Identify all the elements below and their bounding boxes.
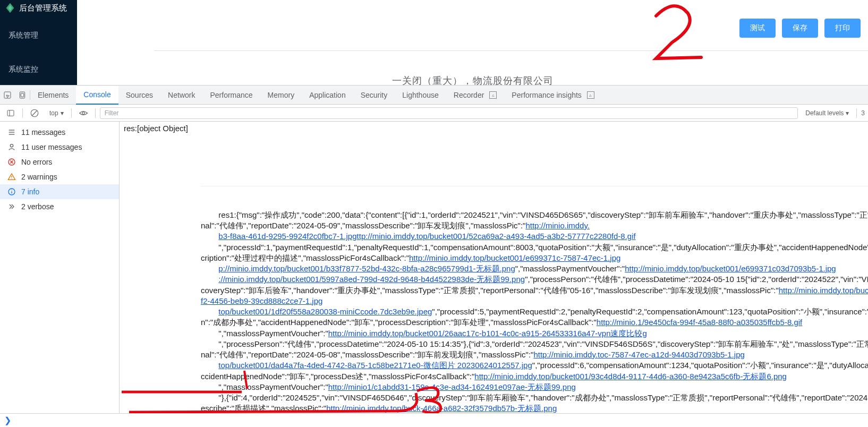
log-link[interactable]: top/bucket001/dad4a7fa-4ded-4742-8a75-1c…	[218, 361, 532, 370]
svg-point-11	[10, 144, 13, 147]
log-entry: 1 res1:{"msg":"操作成功","code":200,"data":{…	[201, 186, 868, 413]
sidebar-errors[interactable]: No errors	[0, 155, 119, 169]
svg-rect-1	[20, 92, 24, 98]
inspect-icon[interactable]	[0, 86, 15, 104]
console-prompt[interactable]: ❯	[0, 413, 868, 427]
console-sidebar: 11 messages 11 user messages No errors 2…	[0, 122, 120, 413]
sidebar-warnings[interactable]: 2 warnings	[0, 169, 119, 184]
log-link[interactable]: http://minio.imddy.top/bucket001/e699371…	[409, 253, 620, 262]
levels-selector[interactable]: Default levels▾	[802, 108, 852, 118]
svg-rect-2	[21, 93, 23, 97]
tab-security[interactable]: Security	[353, 86, 395, 104]
log-link[interactable]: ://minio.imddy.top/bucket001/5997a8ed-79…	[218, 275, 525, 284]
sidebar-toggle-icon[interactable]	[3, 105, 18, 121]
tab-console[interactable]: Console	[76, 86, 118, 105]
tab-sources[interactable]: Sources	[118, 86, 160, 104]
tab-memory[interactable]: Memory	[260, 86, 302, 104]
sidebar-item-sys-monitor[interactable]: 系统监控	[0, 57, 77, 82]
sidebar-messages[interactable]: 11 messages	[0, 125, 119, 140]
svg-point-7	[82, 112, 84, 114]
device-toggle-icon[interactable]	[15, 86, 30, 104]
sidebar-user-messages[interactable]: 11 user messages	[0, 140, 119, 155]
tab-performance[interactable]: Performance	[202, 86, 260, 104]
log-link[interactable]: top/bucket001/1df20f558a280038-miniCcode…	[218, 307, 432, 316]
tab-application[interactable]: Application	[302, 86, 353, 104]
log-link[interactable]: http://minio.1/9e450cfa-994f-45a8-88f0-a…	[597, 318, 803, 327]
log-link[interactable]: http://minio.imddy.top/bucket001/93c4d8d…	[474, 372, 787, 381]
log-link[interactable]: http://minio.imddy.	[525, 221, 590, 230]
log-link[interactable]: ttp://minio.imddy.top/bucket001/52ca69a2…	[357, 232, 636, 241]
svg-point-16	[11, 178, 12, 179]
devtools-panel: Elements Console Sources Network Perform…	[0, 85, 868, 427]
console-log[interactable]: res:[object Object] 1 res1:{"msg":"操作成功"…	[120, 122, 868, 413]
app-sidebar: 后台管理系统 系统管理 系统监控	[0, 0, 77, 85]
console-toolbar: top▾ Default levels▾ 3	[0, 105, 868, 122]
tab-recorder[interactable]: Recorder▵	[446, 86, 505, 104]
tab-elements[interactable]: Elements	[30, 86, 76, 104]
log-link[interactable]: http://minio1/c1abdd31-159c-4c3e-ad34-16…	[328, 382, 576, 391]
log-entry: res:[object Object]	[124, 123, 865, 134]
log-link[interactable]: http://minio.imddy.top/bucket001/26aac17…	[328, 329, 647, 338]
sidebar-verbose[interactable]: 2 verbose	[0, 199, 119, 214]
log-link[interactable]: http://minio.imddy.top/buck-466a-a682-32…	[326, 404, 557, 413]
chevron-right-icon: ❯	[4, 415, 11, 425]
preview-icon: ▵	[587, 91, 594, 99]
tab-perf-insights[interactable]: Performance insights▵	[504, 86, 602, 104]
save-button[interactable]: 保存	[782, 19, 818, 38]
svg-rect-3	[7, 110, 14, 116]
app-logo: 后台管理系统	[0, 0, 77, 14]
log-link[interactable]: p://minio.imddy.top/bucket001/b33f7877-5…	[218, 264, 515, 273]
messages-icon	[7, 128, 16, 136]
context-selector[interactable]: top▾	[46, 108, 67, 118]
verbose-icon	[7, 202, 16, 211]
sidebar-info[interactable]: 7 info	[0, 184, 119, 199]
log-link[interactable]: http://minio.imddy.toc-7587-47ec-a12d-94…	[533, 350, 745, 359]
test-button[interactable]: 测试	[739, 19, 776, 38]
filter-input[interactable]	[100, 107, 798, 119]
svg-line-6	[32, 110, 37, 115]
devtools-tabs: Elements Console Sources Network Perform…	[0, 86, 868, 105]
log-link[interactable]: b3-f8aa-461d-9295-9924f2c0fbc7-1.jpg	[218, 232, 356, 241]
print-button[interactable]: 打印	[824, 19, 861, 38]
info-icon	[7, 187, 16, 196]
error-icon	[7, 158, 16, 166]
preview-icon: ▵	[489, 91, 497, 99]
sidebar-item-sys-manage[interactable]: 系统管理	[0, 23, 77, 48]
hidden-count: 3	[861, 109, 865, 117]
clear-console-icon[interactable]	[27, 105, 42, 121]
live-expr-icon[interactable]	[76, 105, 91, 121]
tab-network[interactable]: Network	[160, 86, 202, 104]
svg-point-19	[11, 190, 12, 190]
log-link[interactable]: http://minio.imddy.top/bucket001/e699371…	[625, 264, 836, 273]
tab-lighthouse[interactable]: Lighthouse	[395, 86, 446, 104]
chevron-down-icon: ▾	[846, 109, 849, 117]
logo-icon	[4, 2, 16, 14]
user-icon	[7, 143, 16, 151]
logo-text: 后台管理系统	[19, 3, 67, 13]
chevron-down-icon: ▾	[61, 109, 64, 117]
warn-icon	[7, 173, 16, 181]
